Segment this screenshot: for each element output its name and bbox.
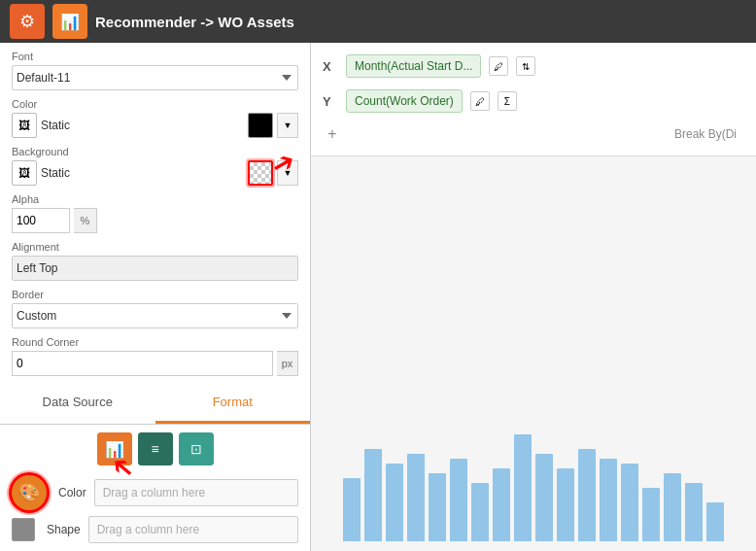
bar: [642, 488, 660, 541]
bar: [450, 459, 467, 541]
bar: [621, 464, 638, 541]
table-icon[interactable]: ≡: [138, 432, 173, 465]
bar: [557, 468, 574, 541]
bar: [407, 454, 425, 541]
color-drag-label: Color: [58, 486, 86, 499]
border-label: Border: [12, 289, 298, 300]
y-axis-row: Y Count(Work Order) 🖊 Σ: [323, 86, 744, 117]
format-icon-row: 📊 ≡ ⊡: [12, 432, 298, 465]
color-property: Color 🖼 Static ▼: [12, 98, 298, 138]
tab-format[interactable]: Format: [155, 382, 311, 424]
px-unit: px: [277, 351, 298, 376]
bar: [578, 449, 596, 541]
left-panel: Font Default-11 Color 🖼 Static ▼: [0, 43, 311, 551]
bg-edit-icon[interactable]: 🖼: [12, 160, 37, 186]
bar: [364, 449, 382, 541]
x-edit-icon[interactable]: 🖊: [489, 56, 508, 76]
y-edit-icon[interactable]: 🖊: [470, 91, 490, 111]
shape-drag-row: Shape Drag a column here: [12, 516, 298, 543]
color-drag-row: 🎨 Color Drag a column here: [12, 475, 298, 510]
x-sort-icon[interactable]: ⇅: [516, 56, 535, 76]
bar: [664, 473, 681, 541]
border-select[interactable]: Custom: [12, 303, 298, 328]
chart-area: [311, 156, 756, 551]
color-drag-box[interactable]: Drag a column here: [94, 479, 298, 506]
alpha-unit: %: [74, 208, 97, 233]
color-dropdown-btn[interactable]: ▼: [277, 113, 298, 138]
color-swatch[interactable]: [248, 113, 273, 138]
bar: [685, 483, 703, 541]
round-corner-property: Round Corner px: [12, 336, 298, 376]
bar: [471, 483, 489, 541]
alignment-label: Alignment: [12, 241, 298, 253]
x-axis-row: X Month(Actual Start D... 🖊 ⇅: [323, 51, 744, 82]
background-label: Background: [12, 146, 298, 157]
bg-dropdown-btn[interactable]: ▼: [277, 160, 298, 186]
color-label: Color: [12, 98, 298, 110]
color-type: Static: [41, 119, 244, 132]
bar: [429, 473, 446, 541]
font-select[interactable]: Default-11: [12, 65, 298, 90]
color-drag-placeholder: Drag a column here: [103, 486, 205, 499]
main-layout: Font Default-11 Color 🖼 Static ▼: [0, 43, 756, 551]
bar: [600, 459, 617, 541]
palette-icon[interactable]: 🎨: [12, 475, 47, 510]
break-by-text: Break By(Di: [674, 127, 744, 141]
alpha-input[interactable]: 100: [12, 208, 70, 233]
shape-swatch[interactable]: [12, 518, 35, 541]
background-property: Background 🖼 Static ▼: [12, 146, 298, 186]
bar: [706, 502, 724, 541]
properties-scroll[interactable]: Font Default-11 Color 🖼 Static ▼: [0, 43, 310, 382]
bar: [514, 434, 532, 541]
font-label: Font: [12, 51, 298, 62]
y-axis-field: Count(Work Order): [346, 89, 463, 113]
alignment-select[interactable]: Left Top: [12, 256, 298, 281]
shape-drag-label: Shape: [47, 523, 81, 536]
alpha-label: Alpha: [12, 193, 298, 205]
font-property: Font Default-11: [12, 51, 298, 90]
bg-type: Static: [41, 166, 244, 180]
bar: [386, 464, 403, 541]
x-axis-field: Month(Actual Start D...: [346, 54, 481, 78]
bar: [535, 454, 553, 541]
y-axis-field-text: Count(Work Order): [355, 94, 454, 108]
x-axis-label: X: [323, 59, 338, 74]
bar: [343, 478, 361, 541]
filter-icon[interactable]: ⊡: [179, 432, 214, 465]
bar-chart-icon[interactable]: 📊: [97, 432, 132, 465]
format-area: 📊 ≡ ⊡ 🎨 Color Drag a column here Shape D…: [0, 425, 310, 551]
bottom-tabs: Data Source Format: [0, 382, 310, 425]
bar: [493, 468, 510, 541]
bg-checker-swatch[interactable]: [248, 160, 273, 186]
y-axis-label: Y: [323, 94, 338, 109]
chart-icon[interactable]: 📊: [52, 4, 87, 39]
add-axis-btn[interactable]: +: [323, 124, 342, 144]
axis-area: X Month(Actual Start D... 🖊 ⇅ Y Count(Wo…: [311, 43, 756, 156]
plus-row: + Break By(Di: [323, 121, 744, 148]
alignment-property: Alignment Left Top: [12, 241, 298, 281]
page-title: Recommender -> WO Assets: [95, 14, 294, 30]
x-axis-field-text: Month(Actual Start D...: [355, 59, 472, 73]
color-edit-icon[interactable]: 🖼: [12, 113, 37, 138]
header: ⚙ 📊 Recommender -> WO Assets: [0, 0, 756, 43]
bar-chart: [335, 347, 732, 541]
right-panel: X Month(Actual Start D... 🖊 ⇅ Y Count(Wo…: [311, 43, 756, 551]
alpha-property: Alpha 100 %: [12, 193, 298, 233]
y-sum-icon[interactable]: Σ: [498, 91, 517, 111]
settings-icon[interactable]: ⚙: [10, 4, 45, 39]
border-property: Border Custom: [12, 289, 298, 328]
round-corner-label: Round Corner: [12, 336, 298, 348]
tab-data-source[interactable]: Data Source: [0, 382, 155, 424]
shape-drag-box[interactable]: Drag a column here: [88, 516, 298, 543]
round-corner-input[interactable]: [12, 351, 273, 376]
shape-drag-placeholder: Drag a column here: [97, 523, 199, 536]
